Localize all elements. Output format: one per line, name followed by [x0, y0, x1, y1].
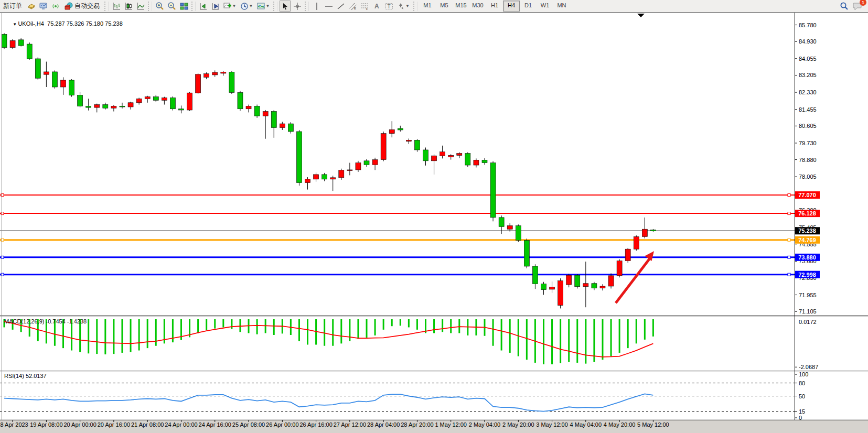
- timeframe-button-M1[interactable]: M1: [419, 1, 436, 12]
- signals-icon[interactable]: [50, 1, 61, 12]
- price-tick-label: 82.330: [799, 89, 817, 95]
- chart-svg[interactable]: 85.78084.93084.05583.20582.33081.45580.6…: [0, 13, 868, 428]
- candle-body: [457, 154, 462, 156]
- market-screen-icon[interactable]: [38, 1, 49, 12]
- candle-body: [153, 97, 158, 101]
- chart-background: [0, 13, 868, 428]
- candle-body: [18, 40, 24, 46]
- horizontal-line-tool-icon[interactable]: [323, 1, 334, 12]
- candle-body: [414, 140, 420, 150]
- shift-chart-right-icon[interactable]: [210, 1, 221, 12]
- timeframe-button-H1[interactable]: H1: [486, 1, 503, 12]
- candle-body: [229, 72, 234, 93]
- hline-right-anchor[interactable]: [788, 256, 790, 258]
- bar-chart-type-icon[interactable]: [111, 1, 122, 12]
- candle-body: [406, 140, 411, 141]
- price-tick-label: 84.055: [799, 56, 817, 62]
- channel-tool-icon[interactable]: E: [347, 1, 358, 12]
- candle-body: [592, 284, 597, 288]
- candle-body: [634, 236, 639, 249]
- arrows-tool-button[interactable]: ▼: [395, 1, 411, 12]
- trendline-tool-icon[interactable]: [335, 1, 346, 12]
- candle-body: [474, 160, 479, 165]
- hline-right-anchor[interactable]: [788, 194, 790, 197]
- auto-trading-label: 自动交易: [74, 2, 100, 10]
- candle-body: [625, 249, 630, 261]
- candle-body: [650, 230, 656, 231]
- text-tool-icon[interactable]: A: [371, 1, 382, 12]
- candle-body: [120, 106, 125, 107]
- candle-body: [52, 72, 57, 87]
- toolbar-separator: [104, 2, 109, 11]
- toolbar-separator: [191, 2, 196, 11]
- new-order-button[interactable]: 新订单: [0, 0, 25, 12]
- rsi-axis-label: 15: [799, 408, 805, 415]
- candle-body: [263, 112, 268, 116]
- line-chart-type-icon[interactable]: [135, 1, 146, 12]
- candle-body: [288, 124, 293, 132]
- chevron-down-icon: ▼: [232, 4, 237, 8]
- shift-chart-left-icon[interactable]: [198, 1, 209, 12]
- add-indicator-button[interactable]: ▼: [222, 1, 238, 12]
- new-order-label: 新订单: [3, 2, 22, 10]
- fibonacci-tool-icon[interactable]: F: [359, 1, 370, 12]
- hline-left-anchor[interactable]: [1, 256, 4, 258]
- hline-right-anchor[interactable]: [788, 239, 790, 241]
- candle-body: [516, 225, 521, 240]
- candle-body: [27, 44, 32, 59]
- timeframe-button-MN[interactable]: MN: [553, 1, 570, 12]
- timeframe-button-D1[interactable]: D1: [520, 1, 537, 12]
- candle-chart-type-icon[interactable]: [123, 1, 134, 12]
- gold-book-icon[interactable]: [26, 1, 37, 12]
- quote-header: ▼ UKOil-,H4 75.287 75.326 75.180 75.238: [6, 14, 123, 33]
- tile-windows-icon[interactable]: [178, 1, 189, 12]
- time-label: 20 Apr 16:00: [98, 421, 130, 428]
- candle-body: [432, 156, 437, 161]
- crosshair-tool-icon[interactable]: [292, 1, 303, 12]
- zoom-in-icon[interactable]: [154, 1, 165, 12]
- rsi-indicator-label: RSI(14) 52.0137: [4, 373, 47, 379]
- time-label: 5 May 12:00: [637, 421, 669, 428]
- zoom-out-icon[interactable]: [166, 1, 177, 12]
- timeframe-button-M5[interactable]: M5: [436, 1, 453, 12]
- templates-button[interactable]: ▼: [255, 1, 271, 12]
- price-tick-label: 79.730: [799, 140, 817, 146]
- rsi-axis-label: 80: [799, 380, 805, 386]
- candle-body: [347, 170, 352, 171]
- timeframe-button-W1[interactable]: W1: [537, 1, 553, 12]
- periods-clock-button[interactable]: ▼: [239, 1, 254, 12]
- timeframe-button-M15[interactable]: M15: [453, 1, 469, 12]
- candle-body: [254, 106, 260, 116]
- cursor-tool-icon[interactable]: [280, 1, 291, 12]
- hline-left-anchor[interactable]: [1, 212, 4, 215]
- candle-body: [296, 132, 302, 183]
- auto-trading-button[interactable]: 自动交易: [61, 0, 103, 12]
- candle-body: [10, 40, 15, 47]
- time-label: 3 May 12:00: [536, 421, 568, 428]
- search-icon[interactable]: [839, 1, 850, 12]
- window-bottom-strip: [0, 420, 868, 428]
- chevron-down-icon: ▼: [405, 4, 410, 8]
- candle-body: [170, 98, 175, 109]
- candle-body: [280, 124, 285, 127]
- timeframe-button-M30[interactable]: M30: [469, 1, 486, 12]
- candle-body: [305, 179, 310, 183]
- candle-body: [145, 97, 150, 99]
- symbol-period: UKOil-,H4: [18, 20, 44, 27]
- symbol-dropdown-icon[interactable]: ▼: [13, 22, 18, 27]
- time-label: 4 May 20:00: [604, 421, 636, 428]
- hline-left-anchor[interactable]: [1, 194, 4, 197]
- price-line-label: 72.998: [798, 272, 816, 278]
- hline-left-anchor[interactable]: [1, 239, 4, 241]
- hline-right-anchor[interactable]: [788, 273, 790, 276]
- candle-body: [423, 150, 428, 161]
- candle-body: [136, 99, 142, 102]
- timeframe-button-H4[interactable]: H4: [503, 1, 520, 12]
- vertical-line-tool-icon[interactable]: [311, 1, 322, 12]
- chat-icon[interactable]: 1: [851, 1, 864, 12]
- price-line-label: 73.880: [798, 254, 816, 261]
- hline-right-anchor[interactable]: [788, 212, 790, 215]
- candle-body: [499, 218, 504, 227]
- hline-left-anchor[interactable]: [1, 273, 4, 276]
- label-tool-icon[interactable]: T: [383, 1, 394, 12]
